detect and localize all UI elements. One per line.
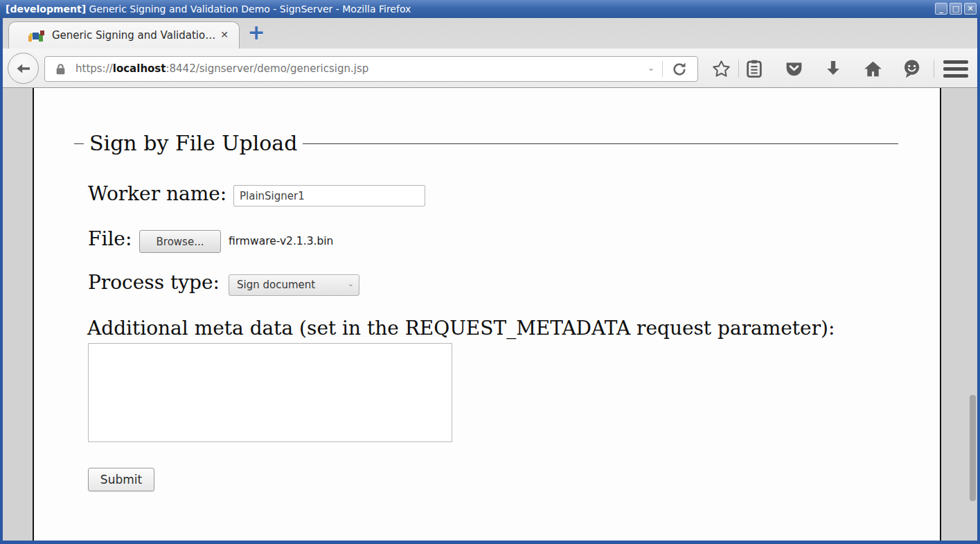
bookmark-star-icon[interactable]	[711, 58, 731, 79]
back-button[interactable]	[8, 53, 39, 84]
page-container: Sign by File Upload Worker name: File: B…	[33, 88, 941, 541]
metadata-textarea[interactable]	[88, 343, 452, 442]
titlebar[interactable]: [development] Generic Signing and Valida…	[0, 0, 980, 18]
url-path: :8442/signserver/demo/genericsign.jsp	[166, 62, 368, 75]
process-type-select[interactable]: Sign document ⌄	[229, 274, 359, 296]
browse-button[interactable]: Browse...	[139, 230, 221, 253]
tab-close-icon[interactable]: ✕	[218, 28, 231, 41]
selected-filename: firmware-v2.1.3.bin	[229, 230, 333, 253]
browser-viewport: Sign by File Upload Worker name: File: B…	[3, 88, 977, 541]
toolbar-separator	[934, 60, 934, 78]
back-arrow-icon	[15, 60, 32, 77]
urlbar-separator	[662, 61, 663, 77]
page-title: Sign by File Upload	[84, 131, 303, 156]
tab-title: Generic Signing and Validatio…	[52, 22, 215, 49]
window-border-bottom	[0, 541, 980, 544]
lock-icon	[55, 63, 66, 76]
hello-chat-icon[interactable]	[901, 58, 922, 79]
minimize-icon[interactable]: _	[935, 3, 947, 15]
worker-name-label: Worker name:	[88, 182, 226, 206]
download-icon[interactable]	[823, 58, 844, 79]
url-bar[interactable]: https://localhost:8442/signserver/demo/g…	[44, 56, 698, 82]
window-title-rest: Generic Signing and Validation Demo - Si…	[86, 3, 411, 15]
url-text[interactable]: https://localhost:8442/signserver/demo/g…	[75, 57, 368, 81]
window-title: [development] Generic Signing and Valida…	[6, 0, 411, 18]
toolbar-separator	[738, 60, 739, 78]
url-dropdown-icon[interactable]: ⌄	[648, 57, 654, 80]
url-scheme: https://	[75, 62, 113, 75]
metadata-label: Additional meta data (set in the REQUEST…	[87, 317, 835, 340]
menu-icon[interactable]	[943, 58, 968, 79]
home-icon[interactable]	[862, 58, 883, 79]
process-type-selected-value: Sign document	[237, 275, 315, 295]
chevron-down-icon: ⌄	[348, 275, 354, 293]
window-border-right	[977, 18, 980, 544]
signserver-favicon-icon	[28, 30, 45, 42]
window-controls: _ □ ✕	[935, 3, 977, 15]
window-border-left	[0, 18, 3, 544]
new-tab-icon[interactable]: +	[244, 22, 269, 44]
navigation-toolbar: https://localhost:8442/signserver/demo/g…	[3, 49, 977, 88]
window-title-prefix: [development]	[6, 3, 86, 15]
tab-generic-signing[interactable]: Generic Signing and Validatio… ✕	[8, 21, 240, 49]
maximize-icon[interactable]: □	[950, 3, 962, 15]
process-type-label: Process type:	[88, 271, 220, 295]
bookmarks-list-icon[interactable]	[744, 58, 765, 79]
file-label: File:	[88, 227, 132, 251]
close-icon[interactable]: ✕	[964, 3, 977, 15]
firefox-window: [development] Generic Signing and Valida…	[0, 0, 980, 544]
pocket-icon[interactable]	[783, 58, 804, 79]
tab-strip: Generic Signing and Validatio… ✕ +	[3, 18, 977, 49]
worker-name-input[interactable]	[233, 185, 425, 207]
url-host: localhost	[113, 62, 166, 75]
reload-icon[interactable]	[671, 61, 689, 78]
vertical-scrollbar[interactable]	[970, 395, 976, 501]
submit-button[interactable]: Submit	[88, 468, 154, 491]
